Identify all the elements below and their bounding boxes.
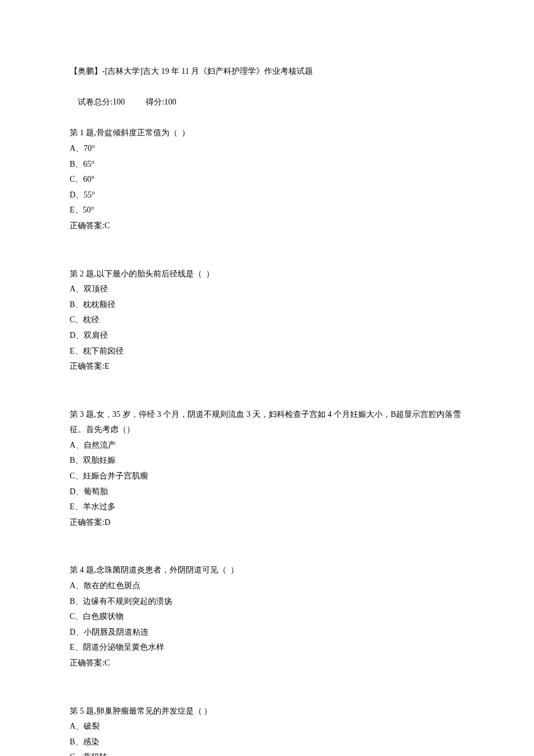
- score-total-label: 试卷总分:: [78, 98, 113, 106]
- score-got-label: 得分:: [146, 98, 164, 106]
- answer-label: 正确答案:: [70, 362, 104, 370]
- question-option: A、70°: [70, 141, 464, 157]
- spacer: [70, 375, 464, 391]
- question-option: A、自然流产: [70, 438, 464, 453]
- question-option: B、枕枕额径: [70, 297, 464, 313]
- spacer: [70, 530, 464, 546]
- spacer: [70, 687, 464, 704]
- score-line: 试卷总分:100得分:100: [70, 80, 464, 126]
- score-got-value: 100: [164, 98, 176, 106]
- question-option: A、破裂: [70, 719, 464, 735]
- question-option: E、阴道分泌物呈黄色水样: [70, 640, 464, 656]
- question-option: D、小阴唇及阴道粘连: [70, 625, 464, 640]
- question-option: B、感染: [70, 735, 464, 750]
- answer-label: 正确答案:: [70, 518, 104, 527]
- question-option: A、散在的红色斑点: [70, 578, 464, 594]
- question-prompt: 第 2 题,以下最小的胎头前后径线是（ ）: [70, 267, 464, 282]
- question-option: C、蒂扭转: [70, 750, 464, 756]
- question-answer: 正确答案:D: [70, 515, 464, 531]
- question-option: E、羊水过多: [70, 499, 464, 515]
- spacer: [70, 391, 464, 407]
- question-option: B、边缘有不规则突起的溃疡: [70, 594, 464, 610]
- question-option: B、双胎妊娠: [70, 453, 464, 469]
- answer-value: E: [104, 362, 110, 370]
- answer-value: C: [104, 221, 110, 230]
- question-option: C、枕径: [70, 312, 464, 328]
- question-block: 第 4 题,念珠菌阴道炎患者，外阴阴道可见（ ）A、散在的红色斑点B、边缘有不规…: [70, 563, 464, 671]
- question-option: D、葡萄胎: [70, 484, 464, 500]
- question-option: D、55°: [70, 188, 464, 203]
- question-prompt: 第 3 题,女，35 岁，停经 3 个月，阴道不规则流血 3 天，妇科检查子宫如…: [70, 407, 464, 438]
- question-block: 第 5 题,卵巢肿瘤最常见的并发症是（ ）A、破裂B、感染C、蒂扭转D、恶变: [70, 704, 464, 756]
- spacer: [70, 671, 464, 687]
- question-block: 第 1 题,骨盆倾斜度正常值为（ ）A、70°B、65°C、60°D、55°E、…: [70, 125, 464, 233]
- question-prompt: 第 1 题,骨盆倾斜度正常值为（ ）: [70, 125, 464, 141]
- question-option: D、双肩径: [70, 328, 464, 344]
- question-option: B、65°: [70, 157, 464, 172]
- document-title: 【奥鹏】-[吉林大学]吉大 19 年 11 月《妇产科护理学》作业考核试题: [70, 64, 464, 80]
- question-option: E、50°: [70, 203, 464, 218]
- question-prompt: 第 5 题,卵巢肿瘤最常见的并发症是（ ）: [70, 704, 464, 719]
- question-block: 第 2 题,以下最小的胎头前后径线是（ ）A、双顶径B、枕枕额径C、枕径D、双肩…: [70, 267, 464, 375]
- question-option: C、60°: [70, 172, 464, 188]
- question-block: 第 3 题,女，35 岁，停经 3 个月，阴道不规则流血 3 天，妇科检查子宫如…: [70, 407, 464, 531]
- answer-label: 正确答案:: [70, 658, 104, 667]
- question-answer: 正确答案:E: [70, 359, 464, 375]
- answer-label: 正确答案:: [70, 221, 104, 230]
- question-prompt: 第 4 题,念珠菌阴道炎患者，外阴阴道可见（ ）: [70, 563, 464, 578]
- question-option: A、双顶径: [70, 282, 464, 297]
- answer-value: D: [104, 518, 110, 527]
- question-answer: 正确答案:C: [70, 218, 464, 234]
- answer-value: C: [104, 658, 110, 667]
- questions-container: 第 1 题,骨盆倾斜度正常值为（ ）A、70°B、65°C、60°D、55°E、…: [70, 125, 464, 756]
- spacer: [70, 250, 464, 267]
- question-option: C、白色膜状物: [70, 609, 464, 625]
- question-option: E、枕下前囟径: [70, 344, 464, 359]
- spacer: [70, 546, 464, 563]
- spacer: [70, 234, 464, 250]
- score-total-value: 100: [113, 98, 125, 106]
- question-option: C、妊娠合并子宫肌瘤: [70, 469, 464, 484]
- document-page: 【奥鹏】-[吉林大学]吉大 19 年 11 月《妇产科护理学》作业考核试题 试卷…: [0, 0, 534, 756]
- question-answer: 正确答案:C: [70, 656, 464, 671]
